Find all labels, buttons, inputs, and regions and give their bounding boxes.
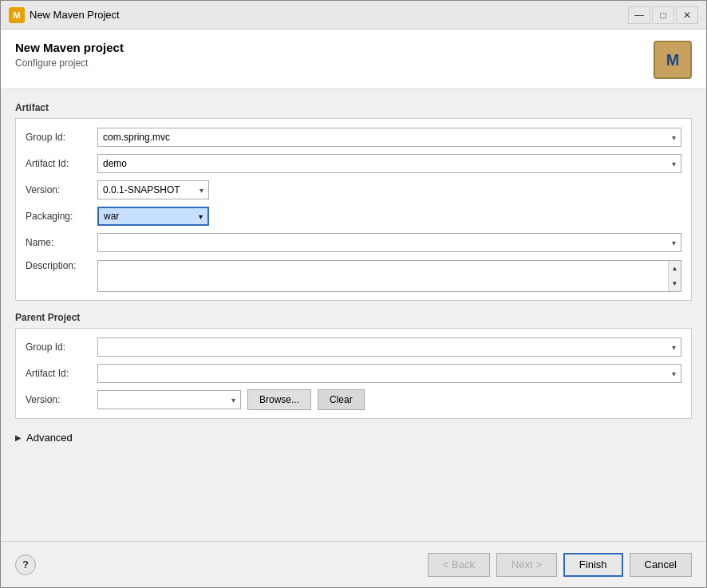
advanced-label: Advanced: [26, 432, 73, 444]
packaging-combo[interactable]: war ▾: [97, 207, 209, 226]
version-label: Version:: [26, 184, 97, 195]
packaging-row: Packaging: war ▾: [26, 206, 681, 227]
cancel-button[interactable]: Cancel: [630, 553, 692, 577]
packaging-label: Packaging:: [26, 211, 97, 222]
parent-group-id-wrap: ▾: [97, 337, 681, 357]
artifact-id-input[interactable]: [103, 158, 669, 169]
artifact-section: Group Id: ▾ Artifact Id: ▾: [15, 118, 692, 301]
group-id-combo[interactable]: ▾: [97, 128, 681, 147]
description-wrap: ▲ ▼: [97, 260, 681, 292]
parent-section-label: Parent Project: [15, 309, 692, 328]
parent-group-id-row: Group Id: ▾: [26, 337, 681, 357]
version-arrow: ▾: [199, 186, 203, 195]
group-id-arrow: ▾: [672, 133, 676, 142]
clear-button[interactable]: Clear: [318, 389, 365, 410]
maven-icon-letter: M: [666, 51, 680, 69]
header-section: New Maven project Configure project M: [1, 30, 706, 89]
spinner-down[interactable]: ▼: [669, 276, 681, 291]
header-text: New Maven project Configure project: [15, 41, 124, 69]
maximize-button[interactable]: □: [652, 6, 674, 24]
parent-artifact-id-wrap: ▾: [97, 364, 681, 383]
parent-artifact-id-combo[interactable]: ▾: [97, 364, 681, 383]
group-id-input[interactable]: [103, 132, 669, 143]
form-area: Artifact Group Id: ▾ Artifact Id:: [1, 89, 706, 541]
content-area: New Maven project Configure project M Ar…: [1, 30, 706, 587]
name-input[interactable]: [103, 237, 669, 248]
finish-button[interactable]: Finish: [563, 553, 623, 577]
window-controls: — □ ✕: [628, 6, 698, 24]
parent-version-label: Version:: [26, 394, 97, 405]
artifact-id-wrap: ▾: [97, 154, 681, 173]
description-spinner: ▲ ▼: [668, 261, 681, 291]
name-combo[interactable]: ▾: [97, 233, 681, 252]
parent-version-wrap: ▾ Browse... Clear: [97, 389, 681, 410]
packaging-value: war: [104, 211, 119, 222]
parent-artifact-id-input[interactable]: [103, 368, 669, 379]
artifact-id-combo[interactable]: ▾: [97, 154, 681, 173]
footer: ? < Back Next > Finish Cancel: [1, 541, 706, 587]
parent-group-id-arrow: ▾: [672, 343, 676, 352]
spinner-up[interactable]: ▲: [669, 261, 681, 276]
description-box: ▲ ▼: [97, 260, 681, 292]
group-id-row: Group Id: ▾: [26, 127, 681, 148]
version-value: 0.0.1-SNAPSHOT: [103, 184, 180, 195]
version-combo[interactable]: 0.0.1-SNAPSHOT ▾: [97, 180, 209, 199]
footer-buttons: < Back Next > Finish Cancel: [428, 553, 692, 577]
main-window: M New Maven Project — □ ✕ New Maven proj…: [0, 0, 707, 588]
group-id-label: Group Id:: [26, 132, 97, 143]
parent-group-id-combo[interactable]: ▾: [97, 337, 681, 357]
maven-logo: M: [654, 41, 692, 79]
description-row: Description: ▲ ▼: [26, 258, 681, 292]
title-bar: M New Maven Project — □ ✕: [1, 1, 706, 30]
advanced-arrow-icon: ▶: [15, 433, 22, 442]
parent-version-combo[interactable]: ▾: [97, 390, 241, 409]
minimize-button[interactable]: —: [628, 6, 650, 24]
parent-version-row: Version: ▾ Browse... Clear: [26, 389, 681, 410]
parent-artifact-id-arrow: ▾: [672, 369, 676, 378]
window-title: New Maven Project: [30, 9, 120, 21]
browse-button[interactable]: Browse...: [247, 389, 311, 410]
artifact-id-row: Artifact Id: ▾: [26, 153, 681, 174]
artifact-section-label: Artifact: [15, 99, 692, 118]
close-button[interactable]: ✕: [676, 6, 698, 24]
name-arrow: ▾: [672, 239, 676, 247]
version-row: Version: 0.0.1-SNAPSHOT ▾: [26, 180, 681, 200]
artifact-id-arrow: ▾: [672, 160, 676, 168]
back-button[interactable]: < Back: [428, 553, 490, 577]
app-icon: M: [9, 7, 25, 23]
packaging-wrap: war ▾: [97, 207, 681, 226]
parent-group-id-input[interactable]: [103, 341, 669, 353]
packaging-arrow: ▾: [199, 212, 203, 221]
parent-artifact-id-label: Artifact Id:: [26, 368, 97, 379]
artifact-id-label: Artifact Id:: [26, 158, 97, 169]
next-button[interactable]: Next >: [496, 553, 557, 577]
parent-artifact-id-row: Artifact Id: ▾: [26, 363, 681, 384]
version-wrap: 0.0.1-SNAPSHOT ▾: [97, 180, 681, 199]
parent-version-arrow: ▾: [231, 396, 235, 404]
page-subtitle: Configure project: [15, 57, 124, 69]
name-wrap: ▾: [97, 233, 681, 252]
description-label: Description:: [26, 260, 97, 271]
description-input[interactable]: [98, 261, 668, 291]
name-label: Name:: [26, 237, 97, 248]
parent-section: Group Id: ▾ Artifact Id: ▾: [15, 328, 692, 419]
app-icon-letter: M: [13, 10, 20, 20]
name-row: Name: ▾: [26, 232, 681, 253]
help-button[interactable]: ?: [15, 554, 36, 575]
page-title: New Maven project: [15, 41, 124, 54]
group-id-wrap: ▾: [97, 128, 681, 147]
parent-group-id-label: Group Id:: [26, 341, 97, 353]
advanced-section[interactable]: ▶ Advanced: [15, 427, 692, 448]
title-bar-left: M New Maven Project: [9, 7, 120, 23]
